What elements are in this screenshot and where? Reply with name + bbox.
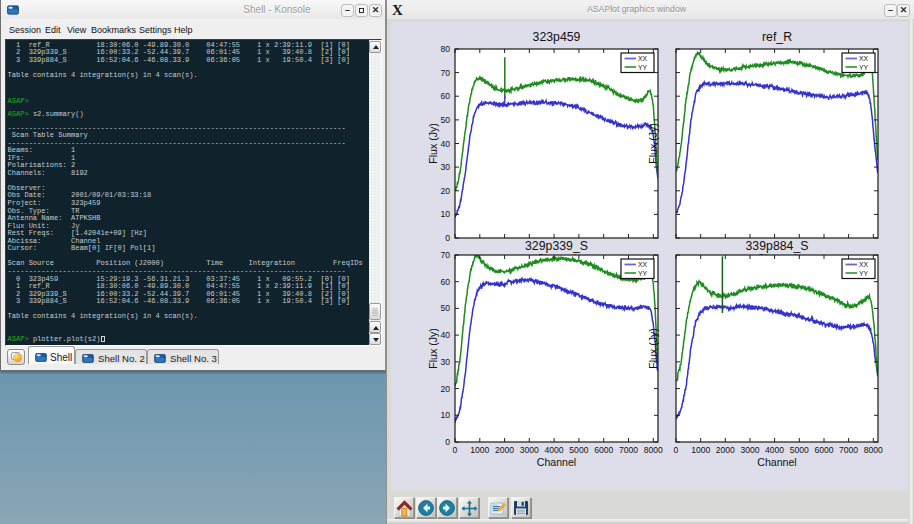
- svg-text:4000: 4000: [545, 445, 564, 455]
- svg-text:2000: 2000: [495, 445, 514, 455]
- svg-text:0: 0: [445, 437, 450, 447]
- svg-text:Channel: Channel: [757, 456, 796, 468]
- svg-text:YY: YY: [638, 270, 648, 277]
- svg-text:6000: 6000: [594, 445, 613, 455]
- svg-text:70: 70: [440, 250, 450, 260]
- svg-text:6000: 6000: [814, 445, 833, 455]
- svg-text:4000: 4000: [765, 445, 784, 455]
- svg-text:40: 40: [440, 330, 450, 340]
- svg-text:ref_R: ref_R: [762, 30, 792, 44]
- svg-text:5000: 5000: [569, 445, 588, 455]
- svg-text:8000: 8000: [644, 445, 663, 455]
- svg-text:323p459: 323p459: [533, 30, 581, 44]
- svg-text:Flux (Jy): Flux (Jy): [427, 328, 439, 369]
- svg-text:XX: XX: [859, 261, 869, 268]
- svg-text:0: 0: [445, 233, 450, 243]
- svg-text:Flux (Jy): Flux (Jy): [647, 328, 659, 369]
- svg-text:YY: YY: [859, 64, 869, 71]
- svg-text:Flux (Jy): Flux (Jy): [647, 123, 659, 164]
- svg-text:0: 0: [453, 445, 458, 455]
- svg-text:XX: XX: [638, 55, 648, 62]
- svg-text:1000: 1000: [470, 445, 489, 455]
- svg-text:50: 50: [440, 303, 450, 313]
- svg-text:60: 60: [440, 277, 450, 287]
- svg-text:40: 40: [440, 139, 450, 149]
- svg-text:7000: 7000: [619, 445, 638, 455]
- svg-text:XX: XX: [638, 261, 648, 268]
- svg-text:7000: 7000: [839, 445, 858, 455]
- svg-text:3000: 3000: [740, 445, 759, 455]
- svg-text:329p339_S: 329p339_S: [525, 239, 588, 253]
- svg-text:3000: 3000: [520, 445, 539, 455]
- svg-text:8000: 8000: [864, 445, 883, 455]
- svg-text:70: 70: [440, 68, 450, 78]
- svg-text:30: 30: [440, 357, 450, 367]
- svg-text:60: 60: [440, 91, 450, 101]
- svg-text:10: 10: [440, 410, 450, 420]
- svg-text:5000: 5000: [790, 445, 809, 455]
- svg-text:Channel: Channel: [537, 456, 576, 468]
- svg-text:339p884_S: 339p884_S: [746, 239, 809, 253]
- svg-text:YY: YY: [859, 270, 869, 277]
- svg-text:20: 20: [440, 384, 450, 394]
- svg-text:20: 20: [440, 186, 450, 196]
- svg-text:XX: XX: [859, 55, 869, 62]
- svg-text:10: 10: [440, 209, 450, 219]
- svg-text:0: 0: [674, 445, 679, 455]
- svg-text:YY: YY: [638, 64, 648, 71]
- svg-text:50: 50: [440, 115, 450, 125]
- svg-text:2000: 2000: [716, 445, 735, 455]
- svg-text:Flux (Jy): Flux (Jy): [427, 123, 439, 164]
- svg-text:80: 80: [440, 44, 450, 54]
- svg-text:30: 30: [440, 162, 450, 172]
- svg-text:1000: 1000: [691, 445, 710, 455]
